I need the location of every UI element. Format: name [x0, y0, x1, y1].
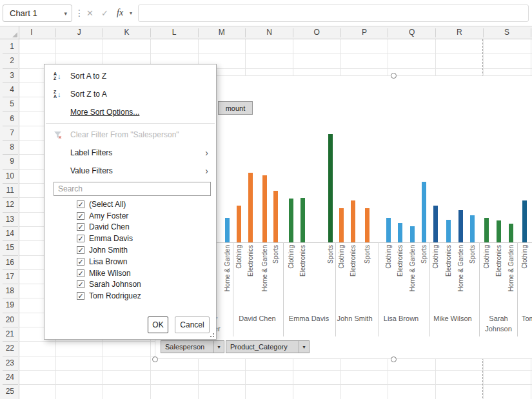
bar-john-smith-clothing[interactable]	[339, 208, 344, 242]
checkbox-icon[interactable]: ✓	[77, 212, 84, 220]
column-header-M[interactable]: M	[209, 28, 235, 37]
row-header-16[interactable]: 16	[0, 258, 14, 267]
row-header-21[interactable]: 21	[0, 329, 14, 338]
filter-list-item[interactable]: ✓Tom Rodriguez	[44, 290, 216, 302]
row-header-4[interactable]: 4	[0, 85, 14, 94]
bar-john-smith-electronics[interactable]	[351, 200, 355, 242]
insert-function-icon[interactable]: fx	[117, 0, 123, 26]
row-header-17[interactable]: 17	[0, 272, 14, 281]
checkbox-icon[interactable]: ✓	[77, 280, 84, 288]
filter-list-item[interactable]: ✓Emma Davis	[44, 233, 216, 244]
checkbox-icon[interactable]: ✓	[77, 269, 84, 277]
chart-resize-handle-bottom-left[interactable]	[152, 356, 158, 362]
bar-mike-wilson-clothing[interactable]	[433, 206, 438, 242]
row-header-23[interactable]: 23	[0, 358, 14, 367]
bar-tom-rodriguez-clothing[interactable]	[522, 200, 527, 242]
row-header-15[interactable]: 15	[0, 243, 14, 252]
row-header-14[interactable]: 14	[0, 229, 14, 238]
row-header-11[interactable]: 11	[0, 186, 14, 195]
value-field-button[interactable]: mount	[218, 101, 253, 115]
checkbox-icon[interactable]: ✓	[77, 246, 84, 254]
bar-emma-davis-sports[interactable]	[328, 134, 333, 242]
checkbox-icon[interactable]: ✓	[77, 200, 84, 208]
row-header-1[interactable]: 1	[0, 42, 14, 51]
chart-resize-handle-top[interactable]	[391, 73, 397, 79]
filter-list-item[interactable]: ✓Sarah Johnson	[44, 279, 216, 291]
more-sort-options-item[interactable]: More Sort Options...	[44, 103, 216, 121]
column-header-R[interactable]: R	[446, 28, 472, 37]
row-header-7[interactable]: 7	[0, 128, 14, 137]
name-box[interactable]: Chart 1 ▾	[3, 5, 72, 22]
bar-sarah-johnson-home-garden[interactable]	[509, 224, 513, 242]
column-header-N[interactable]: N	[257, 28, 282, 37]
bar-lisa-brown-clothing[interactable]	[386, 218, 391, 242]
row-header-12[interactable]: 12	[0, 200, 14, 209]
row-header-18[interactable]: 18	[0, 286, 14, 295]
bar-lisa-brown-sports[interactable]	[422, 182, 426, 242]
column-header-Q[interactable]: Q	[399, 28, 425, 37]
row-header-5[interactable]: 5	[0, 99, 14, 108]
row-header-13[interactable]: 13	[0, 215, 14, 224]
product-category-field-button[interactable]: Product_Category ▾	[226, 340, 310, 353]
checkbox-icon[interactable]: ✓	[77, 292, 84, 300]
bar-david-chen-sports[interactable]	[273, 191, 278, 242]
search-input[interactable]	[54, 182, 211, 196]
value-filters-item[interactable]: Value Filters ›	[44, 162, 216, 180]
salesperson-filter-dropdown-icon[interactable]: ▾	[213, 341, 224, 353]
column-header-L[interactable]: L	[161, 28, 187, 37]
bar-lisa-brown-home-garden[interactable]	[410, 226, 415, 242]
bar-amy-foster-home-garden[interactable]	[225, 218, 230, 242]
column-header-I[interactable]: I	[19, 28, 44, 37]
bar-sarah-johnson-clothing[interactable]	[484, 218, 489, 242]
bar-david-chen-electronics[interactable]	[248, 173, 253, 242]
menu-resize-grip[interactable]	[213, 336, 214, 337]
row-header-20[interactable]: 20	[0, 315, 14, 324]
product-category-filter-dropdown-icon[interactable]: ▾	[299, 341, 309, 353]
column-header-O[interactable]: O	[304, 28, 330, 37]
row-header-2[interactable]: 2	[0, 56, 14, 65]
row-header-19[interactable]: 19	[0, 300, 14, 309]
row-header-9[interactable]: 9	[0, 157, 14, 166]
bar-john-smith-sports[interactable]	[365, 208, 369, 242]
bar-emma-davis-clothing[interactable]	[289, 199, 293, 242]
row-header-10[interactable]: 10	[0, 171, 14, 180]
label-filters-item[interactable]: Label Filters ›	[44, 144, 216, 162]
bar-mike-wilson-electronics[interactable]	[446, 220, 451, 242]
filter-list-item[interactable]: ✓(Select All)	[44, 199, 216, 210]
checkbox-icon[interactable]: ✓	[77, 223, 84, 231]
row-header-25[interactable]: 25	[0, 387, 14, 396]
column-header-S[interactable]: S	[494, 28, 520, 37]
salesperson-field-button[interactable]: Salesperson ▾	[161, 340, 224, 353]
select-all-corner[interactable]	[0, 26, 19, 39]
ok-button[interactable]: OK	[148, 316, 168, 333]
cancel-icon[interactable]: ✕	[86, 0, 94, 26]
fx-dropdown-icon[interactable]: ▾	[130, 0, 132, 26]
checkbox-icon[interactable]: ✓	[77, 235, 84, 242]
bar-david-chen-home-garden[interactable]	[262, 175, 267, 242]
bar-mike-wilson-sports[interactable]	[470, 215, 475, 242]
filter-list-item[interactable]: ✓Mike Wilson	[44, 268, 216, 279]
column-header-J[interactable]: J	[66, 28, 92, 37]
column-header-P[interactable]: P	[351, 28, 377, 37]
sort-a-to-z-item[interactable]: AZ ↓ Sort A to Z	[44, 67, 216, 85]
row-header-3[interactable]: 3	[0, 71, 14, 80]
bar-david-chen-clothing[interactable]	[237, 206, 241, 242]
bar-emma-davis-electronics[interactable]	[300, 198, 305, 242]
formula-input[interactable]	[138, 5, 529, 22]
chart-resize-handle-bottom[interactable]	[391, 356, 397, 362]
filter-list-item[interactable]: ✓David Chen	[44, 222, 216, 233]
checkbox-icon[interactable]: ✓	[77, 258, 84, 266]
bar-sarah-johnson-electronics[interactable]	[497, 220, 501, 242]
name-box-dropdown-icon[interactable]: ▾	[64, 10, 72, 17]
sort-z-to-a-item[interactable]: ZA ↓ Sort Z to A	[44, 85, 216, 103]
row-header-6[interactable]: 6	[0, 114, 14, 123]
row-header-24[interactable]: 24	[0, 373, 14, 382]
filter-list-item[interactable]: ✓Amy Foster	[44, 210, 216, 222]
filter-list-item[interactable]: ✓John Smith	[44, 244, 216, 256]
enter-icon[interactable]: ✓	[101, 0, 108, 26]
bar-mike-wilson-home-garden[interactable]	[458, 210, 463, 242]
column-header-K[interactable]: K	[113, 28, 139, 37]
row-header-8[interactable]: 8	[0, 142, 14, 151]
bar-lisa-brown-electronics[interactable]	[398, 223, 402, 242]
row-header-22[interactable]: 22	[0, 344, 14, 353]
